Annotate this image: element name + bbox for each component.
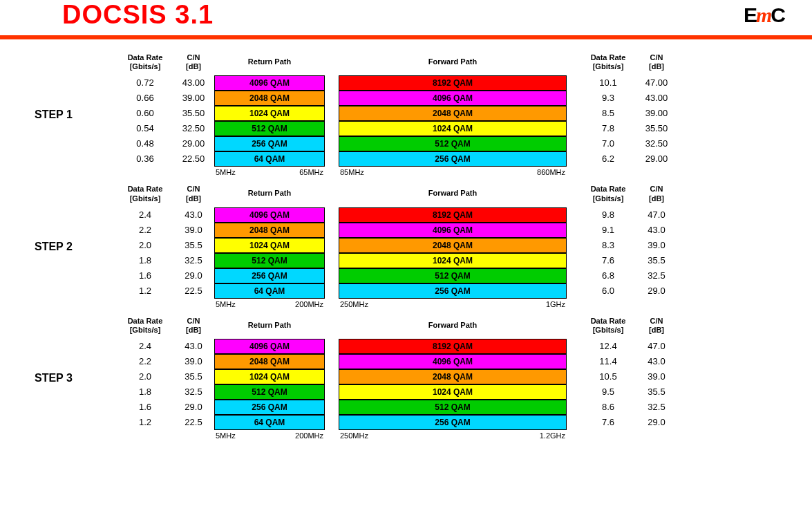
cell-data-rate-left: 2.4 xyxy=(117,339,173,354)
cell-data-rate-left: 0.48 xyxy=(117,136,173,151)
return-freq-high: 200MHz xyxy=(295,431,323,440)
data-row: 0.4829.00256 QAM512 QAM7.032.50 xyxy=(117,136,677,151)
step-block: Data Rate[Gbits/s]C/N[dB]Return PathForw… xyxy=(117,185,677,308)
data-row: 1.832.5512 QAM1024 QAM9.535.5 xyxy=(117,384,677,400)
data-row: 2.035.51024 QAM2048 QAM8.339.0 xyxy=(117,238,677,253)
column-headers: Data Rate[Gbits/s]C/N[dB]Return PathForw… xyxy=(117,317,677,335)
cell-data-rate-right: 11.4 xyxy=(580,354,636,369)
forward-qam-bar: 1024 QAM xyxy=(339,384,567,400)
step-2: STEP 2Data Rate[Gbits/s]C/N[dB]Return Pa… xyxy=(28,185,784,308)
cell-data-rate-right: 10.1 xyxy=(580,75,636,91)
step-label: STEP 1 xyxy=(28,109,117,121)
return-qam-bar: 4096 QAM xyxy=(214,75,325,91)
cell-cn-right: 43.0 xyxy=(636,354,677,369)
cell-cn-right: 43.00 xyxy=(636,91,677,106)
cell-cn-left: 39.00 xyxy=(173,91,214,106)
forward-qam-bar: 512 QAM xyxy=(339,136,567,151)
hdr-forward-path: Forward Path xyxy=(339,53,567,71)
return-freq-range: 5MHz65MHz xyxy=(214,168,325,176)
hdr-data-rate-right: Data Rate[Gbits/s] xyxy=(580,317,636,335)
forward-qam-bar: 8192 QAM xyxy=(339,75,567,91)
forward-qam-bar: 8192 QAM xyxy=(339,207,567,223)
return-qam-bar: 64 QAM xyxy=(214,151,325,167)
cell-data-rate-left: 2.0 xyxy=(117,238,173,253)
cell-data-rate-right: 9.3 xyxy=(580,91,636,106)
hdr-data-rate-right: Data Rate[Gbits/s] xyxy=(580,185,636,203)
cell-cn-left: 32.5 xyxy=(173,384,214,400)
data-row: 2.443.04096 QAM8192 QAM9.847.0 xyxy=(117,207,677,223)
hdr-cn-left: C/N[dB] xyxy=(173,317,214,335)
hdr-cn-left: C/N[dB] xyxy=(173,185,214,203)
forward-qam-bar: 4096 QAM xyxy=(339,354,567,369)
return-freq-high: 200MHz xyxy=(295,300,323,308)
cell-cn-right: 39.0 xyxy=(636,369,677,384)
forward-qam-bar: 256 QAM xyxy=(339,151,567,167)
cell-data-rate-left: 0.54 xyxy=(117,121,173,136)
forward-qam-bar: 2048 QAM xyxy=(339,369,567,384)
cell-cn-right: 35.5 xyxy=(636,253,677,268)
cell-data-rate-right: 6.2 xyxy=(580,151,636,167)
data-row: 2.443.04096 QAM8192 QAM12.447.0 xyxy=(117,339,677,354)
cell-data-rate-right: 9.1 xyxy=(580,223,636,238)
cell-cn-left: 43.00 xyxy=(173,75,214,91)
logo-c: C xyxy=(771,3,784,26)
forward-qam-bar: 2048 QAM xyxy=(339,106,567,121)
cell-cn-left: 29.0 xyxy=(173,400,214,415)
cell-data-rate-left: 0.60 xyxy=(117,106,173,121)
cell-data-rate-right: 7.6 xyxy=(580,253,636,268)
forward-freq-high: 860MHz xyxy=(537,168,565,176)
forward-freq-low: 85MHz xyxy=(340,168,364,176)
forward-qam-bar: 2048 QAM xyxy=(339,238,567,253)
cell-cn-right: 29.0 xyxy=(636,283,677,299)
cell-data-rate-right: 8.5 xyxy=(580,106,636,121)
step-1: STEP 1Data Rate[Gbits/s]C/N[dB]Return Pa… xyxy=(28,53,784,176)
forward-freq-range: 250MHz1GHz xyxy=(339,300,567,308)
cell-data-rate-left: 2.2 xyxy=(117,223,173,238)
return-freq-range: 5MHz200MHz xyxy=(214,300,325,308)
cell-data-rate-left: 2.4 xyxy=(117,207,173,223)
step-3: STEP 3Data Rate[Gbits/s]C/N[dB]Return Pa… xyxy=(28,317,784,440)
forward-qam-bar: 4096 QAM xyxy=(339,223,567,238)
return-qam-bar: 64 QAM xyxy=(214,415,325,430)
step-block: Data Rate[Gbits/s]C/N[dB]Return PathForw… xyxy=(117,53,677,176)
return-freq-low: 5MHz xyxy=(216,300,236,308)
data-row: 0.7243.004096 QAM8192 QAM10.147.00 xyxy=(117,75,677,91)
cell-data-rate-left: 2.2 xyxy=(117,354,173,369)
forward-freq-low: 250MHz xyxy=(340,300,368,308)
return-freq-low: 5MHz xyxy=(216,168,236,176)
hdr-cn-right: C/N[dB] xyxy=(636,53,677,71)
cell-cn-left: 22.5 xyxy=(173,283,214,299)
forward-freq-range: 250MHz1.2GHz xyxy=(339,431,567,440)
forward-freq-range: 85MHz860MHz xyxy=(339,168,567,176)
cell-cn-right: 35.50 xyxy=(636,121,677,136)
hdr-data-rate-left: Data Rate[Gbits/s] xyxy=(117,53,173,71)
return-qam-bar: 512 QAM xyxy=(214,253,325,268)
data-row: 1.629.0256 QAM512 QAM8.632.5 xyxy=(117,400,677,415)
cell-data-rate-left: 0.66 xyxy=(117,91,173,106)
hdr-return-path: Return Path xyxy=(214,317,325,335)
forward-qam-bar: 8192 QAM xyxy=(339,339,567,354)
cell-cn-right: 47.0 xyxy=(636,339,677,354)
header-divider xyxy=(0,35,812,39)
forward-qam-bar: 1024 QAM xyxy=(339,121,567,136)
cell-cn-right: 32.5 xyxy=(636,400,677,415)
cell-cn-left: 35.50 xyxy=(173,106,214,121)
data-row: 2.035.51024 QAM2048 QAM10.539.0 xyxy=(117,369,677,384)
cell-cn-right: 32.50 xyxy=(636,136,677,151)
cell-data-rate-right: 8.3 xyxy=(580,238,636,253)
hdr-data-rate-right: Data Rate[Gbits/s] xyxy=(580,53,636,71)
cell-data-rate-left: 1.2 xyxy=(117,415,173,430)
cell-data-rate-left: 1.2 xyxy=(117,283,173,299)
page-title: DOCSIS 3.1 xyxy=(62,0,214,30)
cell-data-rate-left: 1.6 xyxy=(117,400,173,415)
cell-cn-left: 35.5 xyxy=(173,369,214,384)
hdr-cn-right: C/N[dB] xyxy=(636,185,677,203)
cell-data-rate-right: 10.5 xyxy=(580,369,636,384)
cell-cn-right: 47.0 xyxy=(636,207,677,223)
cell-data-rate-right: 7.8 xyxy=(580,121,636,136)
return-qam-bar: 512 QAM xyxy=(214,384,325,400)
step-label: STEP 3 xyxy=(28,372,117,384)
return-qam-bar: 64 QAM xyxy=(214,283,325,299)
cell-cn-left: 43.0 xyxy=(173,339,214,354)
return-qam-bar: 256 QAM xyxy=(214,400,325,415)
